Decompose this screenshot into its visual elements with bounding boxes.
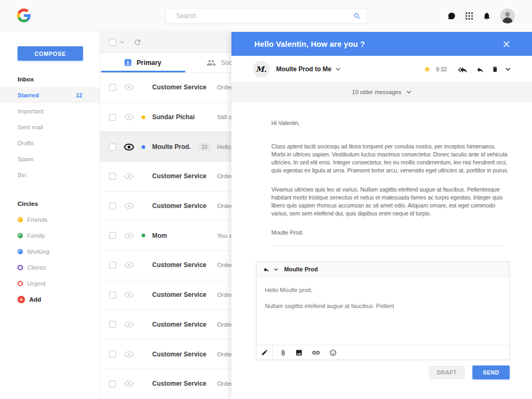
conversation-header: Hello Valentin, How are you ? — [231, 32, 532, 56]
tab-primary[interactable]: Primary — [100, 53, 185, 72]
eye-icon[interactable] — [124, 380, 134, 387]
insert-image-icon[interactable] — [295, 349, 303, 356]
row-checkbox[interactable] — [109, 321, 116, 328]
attach-file-icon[interactable] — [280, 349, 286, 356]
circle-ring-icon — [18, 249, 23, 254]
sidebar-item-sent-mail[interactable]: Sent mail — [0, 119, 99, 135]
sidebar-item-label: Inbox — [18, 76, 34, 82]
unread-dot — [142, 174, 145, 178]
eye-icon[interactable] — [124, 232, 134, 239]
row-snippet: Order — [217, 84, 232, 90]
add-circle-icon: + — [18, 296, 25, 303]
search-input[interactable] — [165, 9, 367, 23]
circle-item-urgent[interactable]: Urgent — [0, 276, 99, 292]
eye-icon[interactable] — [124, 262, 134, 268]
sidebar: COMPOSE InboxStarred12ImportantSent mail… — [0, 32, 100, 399]
reply-all-icon[interactable] — [458, 66, 467, 73]
account-avatar[interactable] — [500, 9, 515, 23]
circle-item-working[interactable]: Working — [0, 244, 99, 260]
google-logo-icon[interactable] — [17, 9, 31, 22]
chat-bubble-icon[interactable] — [447, 12, 456, 20]
circle-item-clients[interactable]: Clients — [0, 260, 99, 276]
apps-grid-icon[interactable] — [465, 12, 473, 20]
select-dropdown-chevron-icon[interactable] — [120, 40, 124, 44]
notifications-bell-icon[interactable] — [483, 12, 491, 20]
row-snippet: Order — [217, 203, 232, 209]
unread-dot — [142, 86, 145, 89]
reply-icon[interactable] — [476, 66, 484, 73]
search-icon[interactable] — [353, 12, 361, 20]
star-icon[interactable] — [423, 65, 431, 73]
reply-body-editor[interactable]: Hello Moulte prod, Nullam sagittis eleif… — [256, 277, 509, 345]
starred-count: 12 — [76, 87, 82, 103]
circles-title: Circles — [0, 196, 99, 212]
row-checkbox[interactable] — [109, 203, 116, 210]
select-all-checkbox[interactable] — [109, 39, 116, 46]
edit-pen-icon[interactable] — [256, 345, 273, 360]
eye-icon[interactable] — [124, 114, 134, 120]
circle-label: Working — [27, 248, 49, 255]
row-checkbox[interactable] — [109, 292, 116, 298]
conversation-panel: Hello Valentin, How are you ? M. Moulte … — [231, 32, 532, 399]
row-sender: Mom — [152, 232, 167, 239]
sidebar-item-label: Important — [18, 108, 44, 114]
eye-icon[interactable] — [124, 321, 134, 328]
sidebar-item-bin[interactable]: Bin — [0, 167, 99, 183]
reply-arrow-icon[interactable] — [263, 267, 270, 272]
eye-open-icon[interactable] — [124, 144, 134, 151]
row-checkbox[interactable] — [109, 232, 116, 239]
sidebar-item-spam[interactable]: Spam — [0, 151, 99, 167]
topbar-actions — [447, 0, 515, 32]
row-checkbox[interactable] — [109, 114, 116, 121]
eye-icon[interactable] — [124, 351, 134, 358]
row-checkbox[interactable] — [109, 351, 116, 358]
row-sender: Customer Service — [152, 84, 206, 91]
row-checkbox[interactable] — [109, 84, 116, 91]
row-checkbox[interactable] — [109, 262, 116, 269]
circle-item-family[interactable]: Family — [0, 228, 99, 244]
reply-toolbar — [256, 345, 509, 360]
sidebar-item-starred[interactable]: Starred12 — [0, 87, 99, 103]
row-sender: Customer Service — [152, 351, 206, 358]
insert-link-icon[interactable] — [312, 348, 320, 357]
row-checkbox[interactable] — [109, 173, 116, 180]
delete-icon[interactable] — [492, 65, 498, 73]
circle-ring-icon — [18, 233, 23, 238]
sender-avatar[interactable]: M. — [253, 61, 270, 78]
sidebar-nav: InboxStarred12ImportantSent mailDraftsSp… — [0, 71, 99, 183]
older-messages-bar[interactable]: 10 older messages — [231, 82, 532, 102]
compose-button[interactable]: COMPOSE — [18, 46, 83, 61]
unread-dot — [142, 352, 145, 356]
eye-icon[interactable] — [124, 203, 134, 209]
reply-type-chevron-icon[interactable] — [274, 268, 278, 271]
reply-header: Moulte Prod — [256, 262, 509, 277]
sidebar-item-label: Spam — [18, 156, 34, 162]
close-icon[interactable] — [503, 41, 510, 47]
refresh-icon[interactable] — [134, 38, 142, 46]
unread-dot — [142, 234, 145, 237]
more-chevron-icon[interactable] — [505, 68, 511, 71]
row-snippet: Order — [217, 321, 232, 328]
row-checkbox[interactable] — [109, 380, 116, 387]
eye-icon[interactable] — [124, 292, 134, 298]
row-sender: Customer Service — [152, 261, 206, 269]
sidebar-item-label: Sent mail — [18, 124, 43, 130]
row-sender: Moulte Prod. — [152, 143, 191, 151]
row-sender: Sundar Pichai — [152, 113, 195, 121]
reply-text-line: Hello Moulte prod, — [265, 287, 501, 293]
circle-item-friends[interactable]: Friends — [0, 212, 99, 228]
sidebar-item-important[interactable]: Important — [0, 103, 99, 119]
send-button[interactable]: SEND — [472, 365, 510, 379]
emoji-icon[interactable] — [329, 349, 337, 356]
row-checkbox[interactable] — [109, 144, 116, 151]
row-snippet: Order — [217, 380, 232, 387]
sidebar-item-inbox[interactable]: Inbox — [0, 71, 99, 87]
eye-icon[interactable] — [124, 173, 134, 179]
circle-dot — [19, 251, 22, 253]
eye-icon[interactable] — [124, 84, 134, 90]
topbar — [0, 0, 532, 32]
circle-item-add[interactable]: +Add — [0, 292, 99, 307]
from-details-chevron-icon[interactable] — [336, 68, 340, 71]
draft-button[interactable]: DRAFT — [429, 365, 465, 379]
sidebar-item-drafts[interactable]: Drafts — [0, 135, 99, 151]
